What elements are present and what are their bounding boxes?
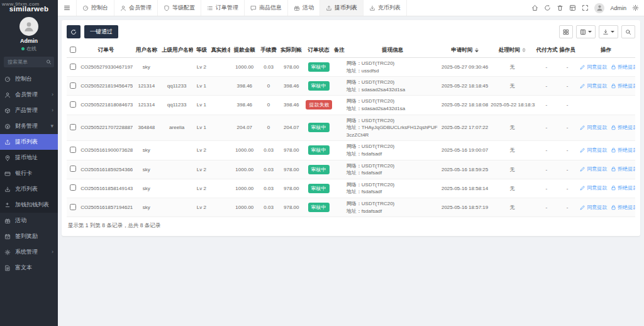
reject-withdraw-link[interactable]: 拒绝提款 [611, 147, 635, 154]
select-all-checkbox[interactable] [70, 47, 76, 53]
tab-orders[interactable]: 订单管理 [201, 0, 244, 16]
approve-withdraw-link[interactable]: 同意提款 [580, 82, 607, 89]
reject-withdraw-link[interactable]: 拒绝提款 [611, 82, 635, 89]
tab-withdraw-list[interactable]: 提币列表 [319, 0, 363, 16]
sidebar-item-finance[interactable]: 财务管理▾ [0, 118, 58, 134]
cell-fee: 0.03 [259, 198, 278, 216]
app-window: www.9fxm.com similarweb Admin 在线 控制台会员管理… [0, 0, 644, 326]
approve-withdraw-link[interactable]: 同意提款 [580, 184, 607, 191]
cell-operator: - [558, 77, 577, 96]
reject-withdraw-link[interactable]: 拒绝提款 [611, 166, 635, 172]
settings-icon[interactable] [632, 4, 639, 11]
column-header-status: 订单状态 [304, 43, 332, 58]
cell-process_time: 无 [489, 198, 535, 216]
row-checkbox[interactable] [70, 166, 76, 172]
sidebar-menu: 控制台会员管理›产品管理›财务管理▾提币列表提币地址银行卡充币列表加钱扣钱列表活… [0, 71, 58, 276]
sidebar-item-richtext[interactable]: 富文本 [0, 260, 58, 276]
tab-members[interactable]: 会员管理 [114, 0, 157, 16]
cell-order_no: CO2505161900073628 [79, 141, 133, 160]
sidebar-item-activity[interactable]: 活动 [0, 213, 58, 228]
row-checkbox[interactable] [70, 101, 76, 108]
reject-withdraw-link[interactable]: 拒绝提款 [611, 184, 635, 191]
reject-withdraw-link[interactable]: 拒绝提款 [611, 64, 635, 70]
reject-withdraw-link[interactable]: 拒绝提款 [611, 204, 635, 211]
table-row: CO2505161859254366skyLv 21000.000.03978.… [67, 160, 635, 179]
content-area: 一键通过 订单号用户名称上级用户名称等级真实姓名提款金额手续费实际到账订单状态备… [58, 16, 644, 326]
row-checkbox[interactable] [70, 124, 76, 130]
layout-icon[interactable] [569, 4, 576, 11]
cell-process_time: 无 [489, 160, 535, 179]
sidebar-item-label: 控制台 [15, 75, 53, 83]
sidebar-item-system[interactable]: 系统管理› [0, 244, 58, 260]
actions-cell: 同意提款拒绝提款 [577, 141, 635, 160]
tab-label: 会员管理 [129, 4, 152, 12]
row-checkbox[interactable] [70, 184, 76, 191]
approve-withdraw-link[interactable]: 同意提款 [580, 124, 607, 131]
tab-product-info[interactable]: 商品信息 [244, 0, 287, 16]
avatar[interactable] [19, 17, 38, 36]
tab-label: 控制台 [91, 4, 108, 12]
column-header-apply_time[interactable]: 申请时间 [440, 43, 490, 58]
tab-dashboard[interactable]: 控制台 [76, 0, 114, 16]
table-row: CO2505161858149143skyLv 21000.000.03978.… [67, 179, 635, 198]
approve-withdraw-link[interactable]: 同意提款 [580, 147, 607, 154]
table-search-button[interactable] [621, 25, 635, 38]
approve-withdraw-link[interactable]: 同意提款 [580, 204, 607, 211]
tab-label: 充币列表 [378, 4, 401, 12]
cell-user: 364848 [133, 115, 160, 141]
row-checkbox[interactable] [70, 64, 76, 70]
sidebar-item-withdraw-address[interactable]: 提币地址 [0, 150, 58, 166]
column-header-actions: 操作 [577, 43, 635, 58]
cell-level: Lv 2 [193, 160, 209, 179]
chevron-down-icon: ▾ [50, 123, 53, 129]
approve-all-button[interactable]: 一键通过 [84, 25, 118, 38]
tab-level[interactable]: 等级配置 [157, 0, 201, 16]
sidebar-item-deposit-list[interactable]: 充币列表 [0, 181, 58, 197]
home-icon[interactable] [531, 4, 538, 11]
orders-icon [207, 5, 213, 11]
sort-icon [522, 48, 526, 52]
navbar-icon-set [531, 4, 589, 11]
approve-withdraw-link[interactable]: 同意提款 [580, 64, 607, 70]
lock-icon [611, 205, 616, 210]
fullscreen-icon[interactable] [582, 4, 589, 11]
row-checkbox[interactable] [70, 147, 76, 153]
cell-real_name [209, 160, 230, 179]
refresh-button[interactable] [67, 25, 80, 38]
column-header-process_time[interactable]: 处理时间 [489, 43, 535, 58]
sidebar-item-products[interactable]: 产品管理› [0, 103, 58, 118]
cell-operator: - [558, 96, 577, 115]
row-checkbox[interactable] [70, 204, 76, 210]
lock-icon [611, 166, 616, 172]
sidebar-item-dashboard[interactable]: 控制台 [0, 71, 58, 87]
clear-cache-icon[interactable] [557, 4, 564, 11]
navbar-avatar[interactable] [594, 3, 604, 13]
sidebar-item-withdraw-list[interactable]: 提币列表 [0, 134, 58, 150]
row-checkbox[interactable] [70, 82, 76, 89]
columns-button[interactable] [576, 25, 596, 38]
refresh-icon[interactable] [544, 4, 551, 11]
pencil-icon [580, 166, 586, 172]
sidebar-item-label: 银行卡 [15, 169, 53, 177]
cell-pay_method: - [535, 96, 558, 115]
card-view-button[interactable] [559, 25, 573, 38]
cell-real_name [209, 141, 230, 160]
reject-withdraw-link[interactable]: 拒绝提款 [611, 124, 635, 131]
cell-level: Lv 1 [193, 96, 209, 115]
withdraw-info-cell: 网络：USDT(TRC20)地址：fsdafsadf [345, 160, 440, 179]
navbar-username[interactable]: Admin [610, 5, 626, 11]
cell-real_name [209, 96, 230, 115]
tab-deposit-list[interactable]: 充币列表 [363, 0, 407, 16]
sidebar-item-label: 系统管理 [15, 248, 48, 256]
column-header-info: 提现信息 [345, 43, 440, 58]
sidebar-item-bank-card[interactable]: 银行卡 [0, 166, 58, 181]
approve-withdraw-link[interactable]: 同意提款 [580, 166, 607, 172]
sidebar-item-members[interactable]: 会员管理› [0, 87, 58, 103]
cell-remark [333, 115, 345, 141]
hamburger-icon[interactable] [58, 0, 76, 16]
sidebar-item-adjust-money[interactable]: 加钱扣钱列表 [0, 197, 58, 213]
export-button[interactable] [599, 25, 618, 38]
online-status-label: 在线 [26, 45, 36, 52]
sidebar-item-signin-reward[interactable]: 签到奖励 [0, 228, 58, 244]
tab-activity[interactable]: 活动 [287, 0, 319, 16]
